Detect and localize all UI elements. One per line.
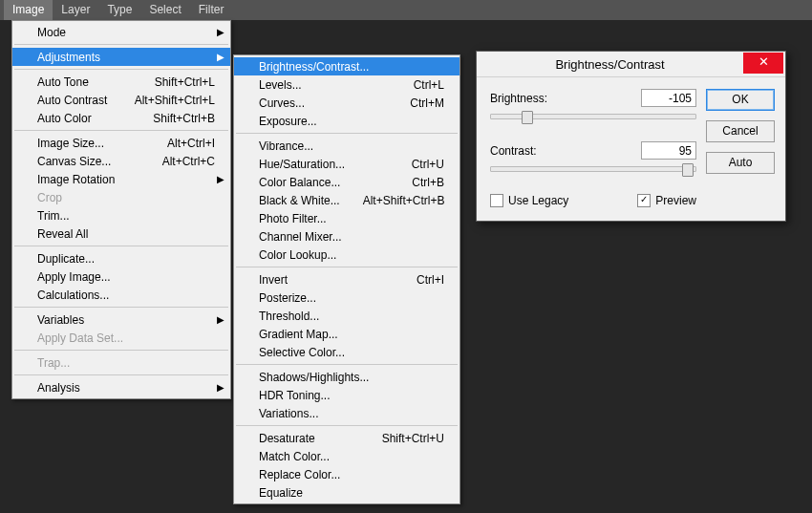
menu-item[interactable]: InvertCtrl+I [234, 270, 459, 289]
contrast-input[interactable] [641, 141, 696, 160]
menu-item[interactable]: DesaturateShift+Ctrl+U [234, 429, 459, 447]
menu-item[interactable]: Levels...Ctrl+L [234, 75, 459, 94]
chevron-right-icon: ▶ [217, 174, 224, 184]
menu-item-label: Apply Image... [37, 270, 111, 284]
contrast-label: Contrast: [490, 144, 641, 158]
menu-item[interactable]: Channel Mixer... [234, 227, 459, 246]
menu-item[interactable]: Brightness/Contrast... [234, 57, 459, 75]
menu-item-label: Auto Contrast [37, 94, 107, 107]
menu-item[interactable]: Selective Color... [234, 343, 459, 361]
menu-item[interactable]: Variations... [234, 404, 459, 422]
dialog-title: Brightness/Contrast [477, 57, 743, 72]
menu-item[interactable]: Canvas Size...Alt+Ctrl+C [12, 152, 230, 170]
menu-item-label: Image Size... [37, 137, 104, 150]
menu-item-label: Hue/Saturation... [259, 158, 345, 171]
menu-item[interactable]: Photo Filter... [234, 209, 459, 227]
menu-item-label: Reveal All [37, 227, 88, 241]
menu-item[interactable]: Equalize [234, 483, 459, 502]
menu-item-shortcut: Ctrl+I [394, 273, 444, 287]
preview-checkbox[interactable]: ✓ Preview [637, 194, 696, 207]
menu-item-label: Posterize... [259, 291, 316, 305]
use-legacy-label: Use Legacy [508, 194, 568, 207]
menu-filter[interactable]: Filter [190, 0, 233, 20]
menu-item[interactable]: Auto ToneShift+Ctrl+L [12, 73, 230, 91]
ok-button[interactable]: OK [706, 89, 775, 111]
menu-item: Trap... [12, 353, 230, 372]
menu-item[interactable]: Analysis▶ [12, 378, 230, 396]
menu-type[interactable]: Type [98, 0, 140, 20]
menu-item[interactable]: Trim... [12, 206, 230, 224]
menu-item-label: Match Color... [259, 450, 330, 463]
menu-item-label: Levels... [259, 78, 302, 92]
cancel-button[interactable]: Cancel [706, 120, 775, 142]
menubar: ImageLayerTypeSelectFilter [0, 0, 812, 20]
menu-item[interactable]: Auto ContrastAlt+Shift+Ctrl+L [12, 91, 230, 109]
menu-item-shortcut: Alt+Ctrl+C [139, 155, 215, 168]
menu-item-label: Channel Mixer... [259, 230, 342, 244]
menu-image[interactable]: Image [4, 0, 53, 20]
contrast-slider-thumb[interactable] [682, 163, 694, 177]
menu-item-label: HDR Toning... [259, 389, 330, 402]
menu-item-label: Trim... [37, 209, 70, 223]
menu-item-shortcut: Alt+Ctrl+I [144, 137, 215, 150]
menu-item[interactable]: Mode▶ [12, 23, 230, 41]
menu-item[interactable]: Threshold... [234, 307, 459, 325]
menu-item[interactable]: Auto ColorShift+Ctrl+B [12, 109, 230, 127]
menu-item-label: Photo Filter... [259, 212, 327, 225]
menu-item-label: Canvas Size... [37, 155, 111, 168]
checkbox-icon: ✓ [637, 194, 651, 207]
menu-item-label: Adjustments [37, 51, 100, 64]
menu-item[interactable]: Image Size...Alt+Ctrl+I [12, 134, 230, 152]
menu-item[interactable]: Duplicate... [12, 249, 230, 267]
menu-item[interactable]: Curves...Ctrl+M [234, 94, 459, 112]
auto-button[interactable]: Auto [706, 152, 775, 174]
menu-item[interactable]: Color Lookup... [234, 246, 459, 264]
menu-item[interactable]: Hue/Saturation...Ctrl+U [234, 155, 459, 173]
use-legacy-checkbox[interactable]: Use Legacy [490, 194, 568, 207]
brightness-slider[interactable] [490, 111, 696, 122]
menu-item-label: Color Lookup... [259, 248, 336, 262]
contrast-slider[interactable] [490, 163, 696, 175]
menu-item[interactable]: Match Color... [234, 447, 459, 465]
chevron-right-icon: ▶ [217, 314, 224, 325]
menu-item-label: Black & White... [259, 194, 340, 207]
dialog-controls: Brightness: Contrast: [490, 89, 696, 207]
menu-item-shortcut: Ctrl+B [389, 176, 444, 189]
menu-item-label: Curves... [259, 96, 305, 110]
menu-item[interactable]: Gradient Map... [234, 325, 459, 343]
menu-item-shortcut: Shift+Ctrl+U [359, 432, 444, 445]
menu-select[interactable]: Select [140, 0, 189, 20]
menu-item[interactable]: Image Rotation▶ [12, 170, 230, 188]
menu-item-label: Brightness/Contrast... [259, 60, 369, 74]
menu-item-label: Auto Color [37, 112, 92, 125]
menu-item-label: Variations... [259, 407, 318, 420]
menu-item-shortcut: Ctrl+L [391, 78, 444, 92]
brightness-slider-thumb[interactable] [522, 111, 533, 124]
menu-item[interactable]: Variables▶ [12, 310, 230, 329]
menu-item[interactable]: Reveal All [12, 224, 230, 243]
menu-item[interactable]: Exposure... [234, 112, 459, 130]
menu-item-label: Color Balance... [259, 176, 340, 189]
menu-item-label: Invert [259, 273, 288, 287]
menu-item[interactable]: Calculations... [12, 286, 230, 304]
menu-item[interactable]: Shadows/Highlights... [234, 368, 459, 386]
menu-item[interactable]: HDR Toning... [234, 386, 459, 404]
adjustments-submenu: Brightness/Contrast...Levels...Ctrl+LCur… [233, 54, 460, 504]
menu-item[interactable]: Adjustments▶ [12, 48, 230, 66]
menu-item-label: Analysis [37, 381, 80, 395]
menu-item[interactable]: Replace Color... [234, 465, 459, 483]
menu-item[interactable]: Apply Image... [12, 267, 230, 286]
menu-item[interactable]: Vibrance... [234, 137, 459, 155]
brightness-input[interactable] [641, 89, 696, 107]
menu-item-label: Equalize [259, 486, 303, 500]
menu-item[interactable]: Black & White...Alt+Shift+Ctrl+B [234, 191, 459, 209]
close-button[interactable]: ✕ [743, 53, 783, 74]
menu-item[interactable]: Posterize... [234, 289, 459, 307]
menu-item-shortcut: Alt+Shift+Ctrl+L [112, 94, 215, 107]
menu-item-label: Calculations... [37, 289, 109, 302]
menu-item-label: Selective Color... [259, 346, 345, 359]
dialog-titlebar: Brightness/Contrast ✕ [477, 52, 785, 77]
menu-layer[interactable]: Layer [53, 0, 98, 20]
chevron-right-icon: ▶ [217, 27, 224, 37]
menu-item[interactable]: Color Balance...Ctrl+B [234, 173, 459, 191]
